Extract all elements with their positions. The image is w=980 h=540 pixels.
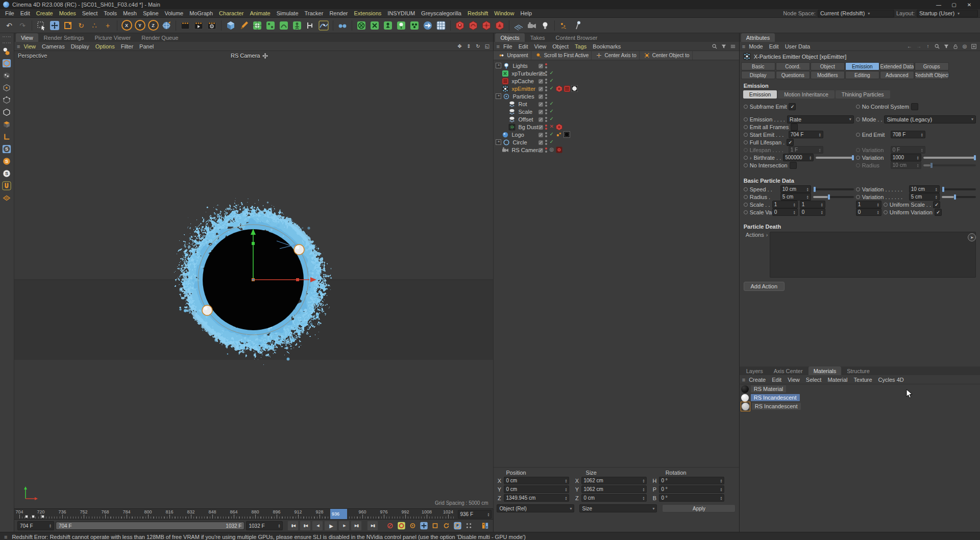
birthrate-slider[interactable] (816, 157, 854, 159)
menu-redshift[interactable]: Redshift (464, 10, 491, 16)
tree-row-particles[interactable]: +Particles (494, 92, 739, 100)
tree-row-xpturbulence[interactable]: xpTurbulence✓ (494, 69, 739, 77)
camera-object-icon[interactable] (526, 19, 538, 32)
birthrate-field[interactable]: 500000▲▼ (783, 154, 814, 161)
lock-icon[interactable] (952, 43, 959, 50)
toggle-view-icon[interactable]: ◱ (483, 43, 491, 50)
editor-visibility-dot[interactable] (545, 132, 547, 134)
position-mode-dropdown[interactable]: Object (Rel)▾ (497, 504, 574, 512)
axis-mode-icon[interactable] (1, 131, 12, 142)
viewport-menu-view[interactable]: View (20, 43, 39, 50)
tree-row-rot[interactable]: Rot✓ (494, 100, 739, 108)
materials-menu-texture[interactable]: Texture (851, 377, 875, 383)
jump-start-icon[interactable]: ▮◀ (287, 521, 299, 531)
ik-icon[interactable] (304, 19, 316, 32)
layer-swatch[interactable] (538, 109, 543, 114)
xp-modifier-icon[interactable] (408, 19, 421, 32)
visibility-dots[interactable] (545, 132, 547, 137)
size-x-field[interactable]: 1062 cm▲▼ (581, 477, 647, 484)
tree-row-xpcache[interactable]: xpCache✓ (494, 77, 739, 85)
maximize-button[interactable]: ▢ (946, 0, 962, 9)
no-control-system-checkbox[interactable] (911, 103, 918, 110)
tab-picture-viewer[interactable]: Picture Viewer (90, 33, 136, 42)
render-visibility-dot[interactable] (545, 120, 547, 122)
tree-row-circle[interactable]: +Circle✓ (494, 138, 739, 146)
materials-menu-cycles-4d[interactable]: Cycles 4D (875, 377, 907, 383)
visibility-dots[interactable] (545, 86, 547, 91)
anim-dot[interactable] (744, 163, 748, 167)
timeline-ruler[interactable]: 7047207367527687848008168328488648808969… (14, 508, 494, 519)
expand-icon[interactable]: › (750, 155, 752, 161)
record-icon[interactable] (385, 521, 395, 530)
attr-tab-modifiers[interactable]: Modifiers (811, 71, 845, 79)
menu-select[interactable]: Select (79, 10, 101, 16)
material-swatch[interactable] (741, 385, 749, 393)
tab-view[interactable]: View (16, 33, 38, 42)
material-name[interactable]: RS Incandescent (751, 394, 800, 401)
command-center-object-to[interactable]: Center Object to (641, 51, 693, 60)
scale-var-z-field[interactable]: 0▲▼ (856, 208, 881, 216)
birthrate-variation-field[interactable]: 1000▲▼ (891, 154, 921, 161)
material-swatch[interactable] (742, 403, 749, 410)
filter-icon[interactable] (720, 43, 727, 50)
expander-icon[interactable]: + (496, 139, 501, 145)
spinner-icon[interactable]: ▲▼ (278, 524, 281, 528)
anim-dot[interactable] (856, 105, 860, 109)
menu-icon[interactable]: ≡ (4, 534, 7, 540)
anim-dot[interactable] (856, 117, 860, 121)
generator-icon[interactable] (264, 19, 277, 32)
xp-system-icon[interactable] (355, 19, 368, 32)
anim-dot[interactable] (856, 195, 860, 199)
layer-swatch[interactable] (538, 63, 543, 68)
enabled-state-icon[interactable]: ✓ (549, 131, 553, 137)
xp-emitter-icon[interactable] (369, 19, 381, 32)
layer-swatch[interactable] (538, 125, 543, 129)
spinner-icon[interactable]: ▲▼ (643, 487, 645, 492)
menu-edit[interactable]: Edit (17, 10, 33, 16)
menu-tools[interactable]: Tools (101, 10, 120, 16)
size-z-field[interactable]: 0 cm▲▼ (581, 494, 647, 502)
objects-menu-object[interactable]: Object (549, 43, 572, 50)
attr-tab-advanced[interactable]: Advanced (880, 71, 914, 79)
enabled-state-icon[interactable]: ✓ (549, 70, 553, 76)
attr-tab-display[interactable]: Display (741, 71, 775, 79)
size-mode-dropdown[interactable]: Size▾ (579, 504, 657, 512)
menu-spline[interactable]: Spline (140, 10, 162, 16)
material-swatch[interactable] (741, 394, 749, 402)
scale-var-y-field[interactable]: 0▲▼ (800, 208, 825, 216)
keyframe-presets-icon[interactable] (480, 521, 490, 530)
move-camera-icon[interactable] (262, 53, 268, 59)
record-rotation-icon[interactable] (441, 521, 451, 530)
rotation-b-field[interactable]: 0 °▲▼ (659, 494, 724, 502)
start-emit-field[interactable]: 704 F▲▼ (789, 131, 823, 138)
floor-object-icon[interactable] (512, 19, 525, 32)
scale-x-field[interactable]: 1▲▼ (772, 201, 798, 208)
editor-visibility-dot[interactable] (545, 109, 547, 111)
dolly-view-icon[interactable]: ⇕ (465, 43, 472, 50)
particle-sphere-1[interactable] (294, 244, 304, 255)
autokey-icon[interactable] (396, 521, 406, 530)
magnet-snap-icon[interactable] (1, 180, 12, 191)
spinner-icon[interactable]: ▲▼ (643, 496, 645, 500)
z-lock-icon[interactable]: Z (147, 19, 159, 32)
tree-row-scale[interactable]: Scale✓ (494, 108, 739, 115)
anim-dot[interactable] (884, 203, 888, 207)
record-pla-icon[interactable] (463, 521, 474, 530)
viewport-menu-cameras[interactable]: Cameras (39, 43, 68, 50)
tab-structure[interactable]: Structure (842, 366, 875, 375)
character-icon[interactable] (291, 19, 303, 32)
spinner-icon[interactable]: ▲▼ (877, 210, 879, 214)
sphw-tag-icon[interactable] (571, 85, 578, 92)
preview-range-bar[interactable]: 704 F1032 F (56, 522, 245, 530)
speed-variation-field[interactable]: 10 cm▲▼ (909, 185, 940, 193)
full-lifespan-checkbox[interactable]: ✓ (787, 139, 794, 146)
enabled-state-icon[interactable]: ✓ (549, 78, 553, 83)
objects-menu-file[interactable]: File (500, 43, 516, 50)
scale-var-x-field[interactable]: 0▲▼ (772, 208, 798, 216)
actions-list-box[interactable]: ➤ (770, 232, 976, 278)
workplane-icon[interactable] (1, 192, 12, 204)
end-emit-field[interactable]: 708 F▲▼ (891, 131, 925, 138)
anim-dot[interactable] (856, 133, 860, 137)
spinner-icon[interactable]: ▲▼ (809, 156, 812, 160)
close-button[interactable]: ✕ (962, 0, 977, 9)
